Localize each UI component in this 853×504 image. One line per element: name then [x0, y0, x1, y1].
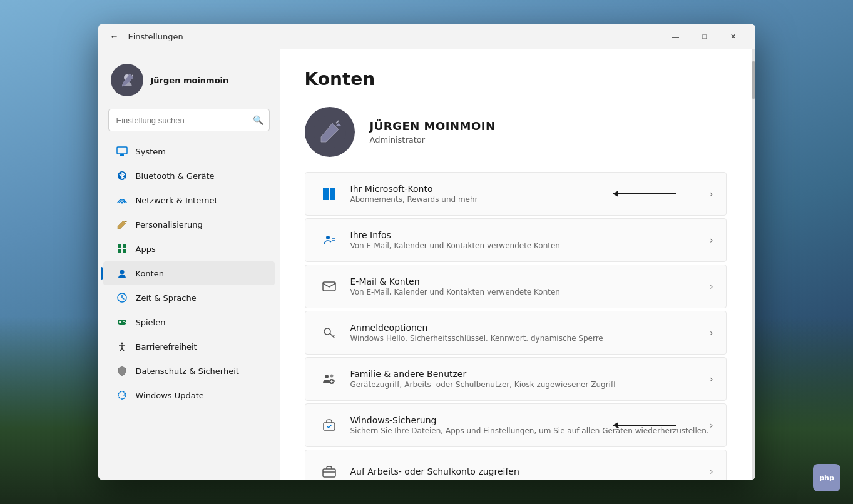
windows-icon [318, 183, 340, 205]
setting-desc-backup: Sichern Sie Ihre Dateien, Apps und Einst… [350, 426, 710, 435]
chevron-right-icon-work: › [710, 466, 713, 476]
sidebar-avatar [111, 64, 143, 96]
sidebar-item-label-update: Windows Update [136, 391, 204, 400]
sidebar-item-network[interactable]: Netzwerk & Internet [103, 188, 275, 212]
sidebar-item-label-accounts: Konten [136, 269, 164, 278]
account-role: Administrator [370, 135, 496, 144]
setting-title-sign-in: Anmeldeoptionen [350, 323, 710, 333]
svg-rect-24 [330, 194, 335, 200]
sidebar-item-label-personalization: Personalisierung [136, 220, 203, 229]
sidebar-item-privacy[interactable]: Datenschutz & Sicherheit [103, 359, 275, 383]
setting-backup[interactable]: Windows-Sicherung Sichern Sie Ihre Datei… [305, 403, 727, 447]
sidebar-item-accessibility[interactable]: Barrierefreiheit [103, 335, 275, 358]
scroll-thumb [752, 61, 755, 99]
svg-rect-4 [119, 156, 125, 156]
sidebar-item-apps[interactable]: Apps [103, 237, 275, 261]
sidebar-item-bluetooth[interactable]: Bluetooth & Geräte [103, 164, 275, 188]
shield-icon [116, 365, 128, 377]
account-avatar [305, 107, 355, 157]
svg-rect-2 [117, 147, 127, 154]
sidebar-item-time[interactable]: Zeit & Sprache [103, 286, 275, 310]
setting-title-your-info: Ihre Infos [350, 230, 710, 240]
network-icon [116, 194, 128, 206]
sidebar-item-system[interactable]: System [103, 139, 275, 163]
titlebar: ← Einstellungen — □ ✕ [98, 24, 755, 49]
sidebar-item-label-apps: Apps [136, 244, 156, 254]
settings-list: Ihr Microsoft-Konto Abonnements, Rewards… [305, 172, 727, 480]
person-icon [116, 267, 128, 280]
setting-work-school[interactable]: Auf Arbeits- oder Schulkonto zugreifen › [305, 450, 727, 480]
svg-rect-7 [118, 244, 121, 248]
backup-icon [318, 414, 340, 436]
svg-rect-21 [323, 188, 329, 194]
page-title: Konten [305, 69, 727, 89]
refresh-icon [116, 389, 128, 401]
setting-microsoft-account[interactable]: Ihr Microsoft-Konto Abonnements, Rewards… [305, 172, 727, 216]
arrowhead-1 [613, 191, 618, 197]
arrow-annotation-2 [613, 425, 676, 426]
svg-point-25 [326, 236, 330, 239]
family-icon [318, 368, 340, 390]
svg-rect-36 [323, 469, 335, 477]
svg-rect-23 [323, 194, 329, 200]
key-icon [318, 321, 340, 344]
chevron-right-icon-signin: › [710, 328, 713, 338]
sidebar-item-label-time: Zeit & Sprache [136, 293, 197, 303]
arrow-line-2 [613, 425, 676, 426]
sidebar-item-personalization[interactable]: Personalisierung [103, 213, 275, 236]
setting-desc-microsoft-account: Abonnements, Rewards und mehr [350, 195, 710, 204]
setting-text-sign-in: Anmeldeoptionen Windows Hello, Sicherhei… [350, 323, 710, 343]
setting-email[interactable]: E-Mail & Konten Von E-Mail, Kalender und… [305, 265, 727, 308]
arrowhead-2 [613, 422, 618, 428]
sidebar-item-accounts[interactable]: Konten [103, 261, 275, 285]
setting-title-backup: Windows-Sicherung [350, 415, 710, 425]
svg-point-19 [118, 391, 126, 399]
search-icon: 🔍 [253, 115, 263, 125]
svg-point-18 [121, 343, 123, 345]
person-card-icon [318, 229, 340, 251]
sidebar-item-label-accessibility: Barrierefreiheit [136, 342, 197, 351]
scroll-indicator[interactable] [752, 49, 755, 480]
setting-your-info[interactable]: Ihre Infos Von E-Mail, Kalender und Kont… [305, 218, 727, 262]
window-title: Einstellungen [128, 32, 661, 41]
sidebar-item-update[interactable]: Windows Update [103, 383, 275, 407]
sidebar: Jürgen moinmoin 🔍 [98, 49, 280, 480]
account-info: JÜRGEN MOINMOIN Administrator [370, 119, 496, 144]
svg-rect-8 [123, 244, 126, 248]
search-input[interactable] [108, 109, 270, 131]
minimize-button[interactable]: — [661, 26, 690, 46]
setting-title-family: Familie & andere Benutzer [350, 369, 710, 379]
maximize-button[interactable]: □ [690, 26, 719, 46]
monitor-icon [116, 145, 128, 158]
svg-rect-3 [120, 154, 124, 156]
gamepad-icon [116, 316, 128, 328]
setting-text-work-school: Auf Arbeits- oder Schulkonto zugreifen [350, 466, 710, 476]
svg-point-31 [330, 375, 333, 378]
accessibility-icon [116, 340, 128, 353]
close-button[interactable]: ✕ [719, 26, 748, 46]
sidebar-username: Jürgen moinmoin [151, 76, 229, 85]
sidebar-item-label-gaming: Spielen [136, 318, 166, 327]
setting-desc-email: Von E-Mail, Kalender und Kontakten verwe… [350, 288, 710, 296]
setting-text-family: Familie & andere Benutzer Gerätezugriff,… [350, 369, 710, 389]
sidebar-search: 🔍 [108, 109, 270, 131]
window-controls: — □ ✕ [661, 26, 748, 46]
back-button[interactable]: ← [106, 28, 123, 45]
chevron-right-icon-family: › [710, 374, 713, 384]
chevron-right-icon-email: › [710, 281, 713, 291]
setting-title-email: E-Mail & Konten [350, 276, 710, 286]
account-header: JÜRGEN MOINMOIN Administrator [305, 107, 727, 157]
php-badge: php [813, 464, 840, 491]
svg-point-16 [123, 321, 125, 322]
arrow-annotation-1 [613, 193, 676, 194]
svg-point-30 [325, 375, 329, 378]
setting-desc-your-info: Von E-Mail, Kalender und Kontakten verwe… [350, 241, 710, 250]
setting-family[interactable]: Familie & andere Benutzer Gerätezugriff,… [305, 357, 727, 401]
sidebar-item-gaming[interactable]: Spielen [103, 310, 275, 334]
chevron-right-icon-info: › [710, 235, 713, 245]
svg-point-11 [120, 270, 124, 275]
svg-point-6 [121, 202, 123, 204]
svg-rect-9 [118, 249, 121, 253]
setting-sign-in[interactable]: Anmeldeoptionen Windows Hello, Sicherhei… [305, 311, 727, 355]
briefcase-icon [318, 460, 340, 480]
